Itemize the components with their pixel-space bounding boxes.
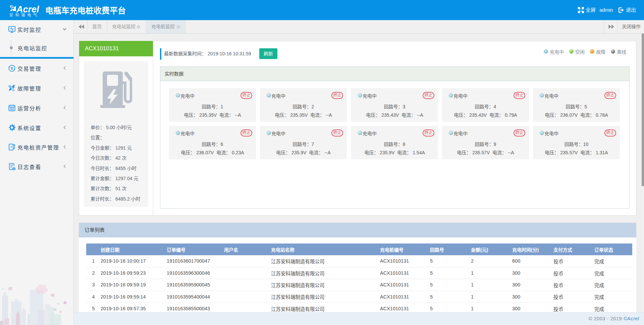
svg-text:¥: ¥ bbox=[11, 66, 13, 71]
